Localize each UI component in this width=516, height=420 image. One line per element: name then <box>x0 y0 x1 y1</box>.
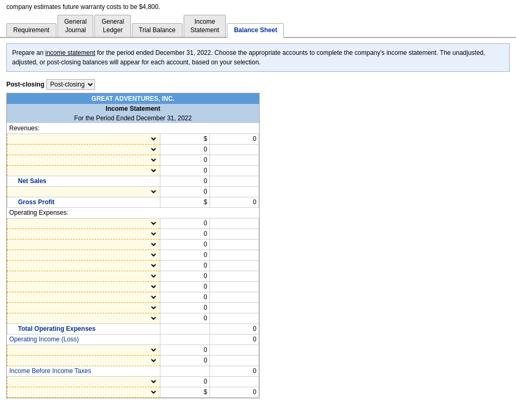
net-sales-amount: 0 <box>160 176 209 186</box>
post-closing-dropdown[interactable]: ▼ Unadjusted Adjusted Post-closing <box>46 79 95 90</box>
other-dropdown-2[interactable] <box>7 355 160 366</box>
revenue-dropdown-4[interactable] <box>7 165 160 176</box>
other-dropdown-1[interactable] <box>7 345 160 355</box>
opex-amount-8: 0 <box>160 292 209 302</box>
post-net-sales-dropdown[interactable] <box>7 186 160 197</box>
opex-select-3[interactable] <box>9 241 158 248</box>
tab-general-ledger[interactable]: GeneralLedger <box>94 15 131 37</box>
opex-total-6 <box>209 271 259 281</box>
income-before-taxes-row: Income Before Income Taxes 0 <box>7 366 259 376</box>
income-tax-amount: 0 <box>160 376 209 387</box>
opex-select-1[interactable] <box>9 219 158 227</box>
opex-select-7[interactable] <box>9 283 158 290</box>
opex-total-2 <box>209 228 259 239</box>
opex-dropdown-7[interactable] <box>7 281 160 292</box>
opex-amount-9: 0 <box>160 302 209 313</box>
opex-select-4[interactable] <box>9 251 158 259</box>
instructions-text: Prepare an income statement for the peri… <box>6 43 510 72</box>
net-income-select[interactable] <box>9 388 158 396</box>
revenue-dropdown-2[interactable] <box>7 144 160 155</box>
revenue-total-1: 0 <box>209 133 259 144</box>
opex-total-4 <box>209 250 259 260</box>
statement-title: Income Statement <box>7 104 259 113</box>
net-income-row: $ 0 <box>7 387 259 397</box>
opex-total-3 <box>209 239 259 250</box>
revenue-dropdown-1[interactable] <box>7 133 160 144</box>
opex-dropdown-8[interactable] <box>7 292 160 302</box>
revenue-total-2 <box>209 144 259 155</box>
revenue-amount-2: 0 <box>160 144 209 155</box>
top-text: company estimates future warranty costs … <box>0 0 516 15</box>
net-sales-total <box>209 176 259 186</box>
revenue-select-4[interactable] <box>9 167 158 174</box>
opex-dropdown-3[interactable] <box>7 239 160 250</box>
company-name: GREAT ADVENTURES, INC. <box>7 93 259 104</box>
net-income-dropdown[interactable] <box>7 387 160 397</box>
opex-amount-2: 0 <box>160 228 209 239</box>
opex-total-1 <box>209 218 259 228</box>
post-net-sales-amount: 0 <box>160 186 209 197</box>
opex-dropdown-10[interactable] <box>7 313 160 323</box>
opex-dropdown-4[interactable] <box>7 250 160 260</box>
gross-profit-label: Gross Profit <box>7 197 160 207</box>
other-row-2: 0 <box>7 355 259 366</box>
opex-amount-6: 0 <box>160 271 209 281</box>
revenue-select-3[interactable] <box>9 156 158 164</box>
tab-income-statement[interactable]: IncomeStatement <box>184 15 226 37</box>
other-row-1: 0 <box>7 345 259 355</box>
other-select-2[interactable] <box>9 357 158 364</box>
income-statement-table: Revenues: $ 0 0 0 <box>7 123 259 398</box>
tabs-bar: Requirement GeneralJournal GeneralLedger… <box>0 15 516 38</box>
opex-total-10 <box>209 313 259 323</box>
opex-amount-3: 0 <box>160 239 209 250</box>
other-total-1 <box>209 345 259 355</box>
opex-amount-5: 0 <box>160 260 209 271</box>
other-amount-2: 0 <box>160 355 209 366</box>
revenue-amount-dollar-1: $ <box>160 133 209 144</box>
revenue-dropdown-3[interactable] <box>7 155 160 165</box>
gross-profit-dollar: $ <box>160 197 209 207</box>
statement-container: GREAT ADVENTURES, INC. Income Statement … <box>6 93 260 398</box>
opex-row-4: 0 <box>7 250 259 260</box>
other-select-1[interactable] <box>9 346 158 354</box>
opex-select-6[interactable] <box>9 272 158 280</box>
revenue-select-1[interactable] <box>9 135 158 142</box>
revenue-row-2: 0 <box>7 144 259 155</box>
opex-dropdown-9[interactable] <box>7 302 160 313</box>
opex-select-9[interactable] <box>9 304 158 311</box>
income-before-taxes-total: 0 <box>209 366 259 376</box>
opex-dropdown-6[interactable] <box>7 271 160 281</box>
tab-requirement[interactable]: Requirement <box>6 23 56 37</box>
opex-dropdown-1[interactable] <box>7 218 160 228</box>
income-tax-row: 0 <box>7 376 259 387</box>
opex-amount-1: 0 <box>160 218 209 228</box>
opex-dropdown-2[interactable] <box>7 228 160 239</box>
opex-total-5 <box>209 260 259 271</box>
opex-row-3: 0 <box>7 239 259 250</box>
tab-trial-balance[interactable]: Trial Balance <box>132 23 183 37</box>
opex-row-9: 0 <box>7 302 259 313</box>
revenues-label: Revenues: <box>7 123 259 133</box>
operating-expenses-label: Operating Expenses: <box>7 207 259 218</box>
total-opex-amount <box>160 323 209 334</box>
opex-row-7: 0 <box>7 281 259 292</box>
opex-select-10[interactable] <box>9 314 158 322</box>
opex-row-1: 0 <box>7 218 259 228</box>
revenue-row-3: 0 <box>7 155 259 165</box>
opex-dropdown-5[interactable] <box>7 260 160 271</box>
opex-total-8 <box>209 292 259 302</box>
net-income-total: 0 <box>209 387 259 397</box>
opex-select-2[interactable] <box>9 230 158 237</box>
opex-select-8[interactable] <box>9 293 158 301</box>
revenue-select-2[interactable] <box>9 146 158 153</box>
operating-income-row: Operating Income (Loss) 0 <box>7 334 259 345</box>
income-tax-select[interactable] <box>9 378 158 385</box>
opex-row-5: 0 <box>7 260 259 271</box>
tab-balance-sheet[interactable]: Balance Sheet <box>227 23 284 39</box>
income-tax-dropdown[interactable] <box>7 376 160 387</box>
opex-row-10: 0 <box>7 313 259 323</box>
post-net-sales-select[interactable] <box>9 188 158 195</box>
opex-select-5[interactable] <box>9 262 158 269</box>
tab-general-journal[interactable]: GeneralJournal <box>58 15 94 37</box>
net-sales-label: Net Sales <box>7 176 160 186</box>
